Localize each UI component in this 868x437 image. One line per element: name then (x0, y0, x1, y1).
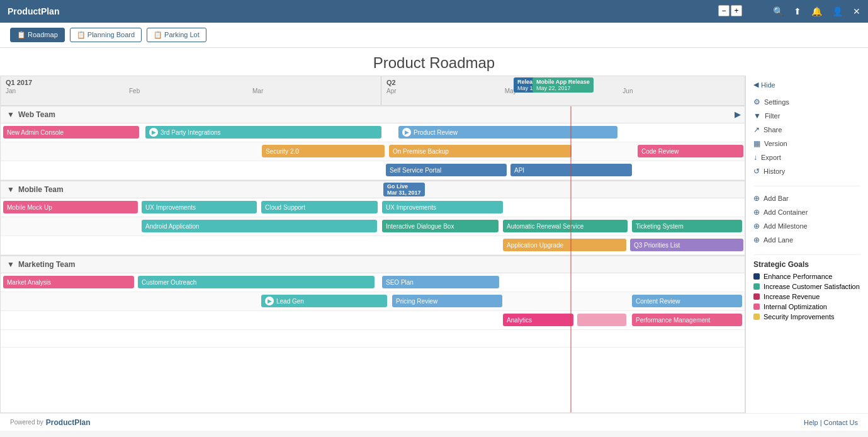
bar-interactive-dialogue[interactable]: Interactive Dialogue Box (382, 220, 499, 232)
bar-lead-gen[interactable]: ▶Lead Gen (261, 295, 387, 307)
zoom-in-button[interactable]: + (731, 5, 742, 16)
increase-revenue-dot (753, 293, 760, 300)
add-bar-item[interactable]: ⊕ Add Bar (753, 191, 860, 205)
security-improvements-dot (753, 314, 760, 320)
bar-ux-improvements-1[interactable]: UX Improvements (142, 201, 257, 213)
page-title-bar: Product Roadmap (0, 48, 868, 76)
goal-internal-optimization: Internal Optimization (753, 303, 860, 310)
goal-increase-revenue: Increase Revenue (753, 293, 860, 300)
add-milestone-item[interactable]: ⊕ Add Milestone (753, 219, 860, 233)
bar-security-2[interactable]: Security 2.0 (262, 145, 385, 157)
add-lane-item[interactable]: ⊕ Add Lane (753, 233, 860, 247)
mobile-row-2: Android Application Interactive Dialogue… (1, 217, 745, 236)
roadmap-area: Q1 2017 Jan Feb Mar Q2 Apr May Jun (0, 76, 745, 413)
add-container-label: Add Container (764, 208, 808, 216)
marketing-row-3: Analytics Performance Management (1, 311, 745, 330)
export-item[interactable]: ↓ Export (753, 150, 860, 164)
web-team-section: ▼ Web Team ▶ New Admin Console ▶3rd Part… (1, 106, 745, 180)
share-icon[interactable]: ⬆ (794, 6, 801, 16)
goal-security-improvements: Security Improvements (753, 313, 860, 321)
add-milestone-icon: ⊕ (753, 222, 760, 230)
bar-self-service-portal[interactable]: Self Service Portal (386, 164, 507, 176)
bar-performance-mgmt[interactable]: Performance Management (632, 314, 742, 326)
bar-3rd-party-integrations[interactable]: ▶3rd Party Integrations (145, 126, 381, 139)
bar-cloud-support[interactable]: Cloud Support (261, 201, 378, 213)
contact-us-link[interactable]: Contact Us (824, 419, 858, 426)
user-icon[interactable]: 👤 (832, 6, 843, 16)
bar-android-app[interactable]: Android Application (142, 220, 377, 232)
settings-item[interactable]: ⚙ Settings (753, 95, 860, 109)
internal-optimization-dot (753, 304, 760, 310)
panel-add-section: ⊕ Add Bar ⊕ Add Container ⊕ Add Mileston… (753, 191, 860, 247)
history-item[interactable]: ↺ History (753, 164, 860, 178)
add-container-icon: ⊕ (753, 208, 760, 217)
goal-increase-satisfaction: Increase Customer Satisfaction (753, 283, 860, 290)
web-team-header[interactable]: ▼ Web Team ▶ (1, 106, 745, 123)
bar-auto-renewal[interactable]: Automatic Renewal Service (503, 220, 628, 232)
bar-seo-plan[interactable]: SEO Plan (382, 276, 499, 288)
brand-logo: ProductPlan (8, 6, 59, 16)
enhance-performance-label: Enhance Performance (764, 273, 832, 280)
increase-revenue-label: Increase Revenue (764, 293, 820, 300)
page-title: Product Roadmap (0, 54, 868, 72)
mobile-team-label: Mobile Team (18, 185, 64, 194)
export-icon: ↓ (753, 153, 757, 162)
mobile-team-header[interactable]: ▼ Mobile Team Go Live Mar 31, 2017 (1, 180, 745, 198)
notifications-icon[interactable]: 🔔 (811, 6, 822, 16)
bar-pricing-review[interactable]: Pricing Review (392, 295, 502, 307)
powered-by: Powered by ProductPlan (10, 418, 91, 427)
add-lane-icon: ⊕ (753, 236, 760, 244)
search-icon[interactable]: 🔍 (773, 6, 784, 16)
bar-mobile-mock-up[interactable]: Mobile Mock Up (3, 201, 138, 213)
tab-parking-lot[interactable]: 📋 Parking Lot (147, 28, 206, 42)
bar-market-analysis[interactable]: Market Analysis (3, 276, 134, 288)
marketing-team-header[interactable]: ▼ Marketing Team (1, 255, 745, 273)
bar-product-review[interactable]: ▶Product Review (398, 126, 617, 139)
bar-code-review[interactable]: Code Review (638, 145, 743, 157)
mobile-row-3: Application Upgrade Q3 Priorities List (1, 236, 745, 255)
hide-button[interactable]: ◀ Hide (753, 81, 860, 89)
bar-content-review[interactable]: Content Review (632, 295, 742, 307)
version-item[interactable]: ▦ Version (753, 137, 860, 150)
jun-label: Jun (623, 88, 741, 94)
enhance-performance-dot (753, 273, 760, 280)
zoom-out-button[interactable]: − (718, 5, 730, 16)
right-panel: ◀ Hide ⚙ Settings ▼ Filter ↗ Share ▦ Ver… (745, 76, 868, 413)
share-item[interactable]: ↗ Share (753, 123, 860, 137)
jan-label: Jan (6, 88, 129, 94)
q1-label: Q1 2017 (6, 79, 376, 86)
q1-months: Jan Feb Mar (6, 88, 376, 94)
add-container-item[interactable]: ⊕ Add Container (753, 205, 860, 219)
history-label: History (764, 167, 785, 175)
expand-icon[interactable]: ✕ (853, 6, 860, 16)
bar-ticketing-system[interactable]: Ticketing System (632, 220, 742, 232)
bar-new-admin-console[interactable]: New Admin Console (3, 126, 139, 139)
go-live-marker: Go Live Mar 31, 2017 (383, 183, 425, 196)
panel-actions-section: ⚙ Settings ▼ Filter ↗ Share ▦ Version ↓ … (753, 95, 860, 178)
help-link[interactable]: Help (804, 419, 818, 426)
feb-label: Feb (129, 88, 252, 94)
apr-label: Apr (386, 88, 505, 94)
version-label: Version (764, 140, 787, 147)
version-icon: ▦ (753, 139, 760, 148)
panel-divider-1 (753, 186, 860, 186)
bar-on-premise-backup[interactable]: On Premise Backup (389, 145, 572, 157)
bar-ux-improvements-2[interactable]: UX Improvements (382, 201, 503, 213)
bar-app-upgrade[interactable]: Application Upgrade (503, 239, 626, 251)
hide-arrow-icon: ◀ (753, 81, 758, 89)
export-label: Export (761, 154, 781, 161)
timeline-header: Q1 2017 Jan Feb Mar Q2 Apr May Jun (1, 76, 745, 106)
bar-analytics[interactable]: Analytics (503, 314, 573, 326)
bar-customer-outreach[interactable]: Customer Outreach (138, 276, 375, 288)
bar-unknown-pink[interactable] (577, 314, 626, 326)
filter-label: Filter (765, 112, 780, 120)
bar-q3-priorities[interactable]: Q3 Priorities List (630, 239, 743, 251)
filter-item[interactable]: ▼ Filter (753, 109, 860, 123)
share-icon: ↗ (753, 125, 760, 134)
mobile-team-section: ▼ Mobile Team Go Live Mar 31, 2017 Mobil… (1, 180, 745, 255)
tab-planning-board[interactable]: 📋 Planning Board (70, 28, 142, 42)
marketing-team-section: ▼ Marketing Team Market Analysis Custome… (1, 255, 745, 348)
web-row-3: Self Service Portal API (1, 161, 745, 180)
q1-block: Q1 2017 Jan Feb Mar (1, 76, 381, 105)
tab-roadmap[interactable]: 📋 Roadmap (10, 28, 65, 42)
